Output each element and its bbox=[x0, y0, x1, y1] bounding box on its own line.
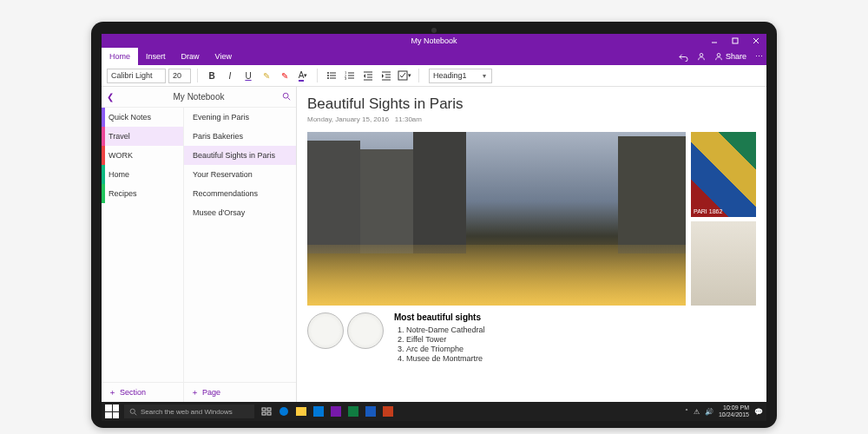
coin-images bbox=[307, 312, 384, 364]
ribbon-tabs: Home Insert Draw View Share ⋯ bbox=[102, 48, 766, 65]
ink-button[interactable]: ✎ bbox=[277, 68, 293, 83]
tray-expand-icon[interactable]: ˄ bbox=[685, 408, 688, 416]
window-close-button[interactable] bbox=[746, 34, 766, 48]
share-button[interactable]: Share bbox=[714, 52, 746, 61]
taskbar-app-onenote[interactable] bbox=[329, 404, 343, 418]
ribbon-more-button[interactable]: ⋯ bbox=[755, 52, 763, 61]
svg-point-35 bbox=[279, 407, 288, 416]
nav-search-button[interactable] bbox=[282, 92, 291, 102]
notebook-nav-panel: ❮ My Notebook Quick Notes Travel WORK Ho… bbox=[102, 87, 297, 402]
tray-volume-icon[interactable]: 🔊 bbox=[705, 408, 713, 416]
window-minimize-button[interactable] bbox=[704, 34, 725, 48]
toolbar: Calibri Light 20 B I U ✎ ✎ A▾ 123 ▾ Head… bbox=[102, 65, 766, 87]
taskbar-app-excel[interactable] bbox=[346, 404, 360, 418]
taskbar-app-store[interactable] bbox=[312, 404, 326, 418]
font-size-select[interactable]: 20 bbox=[168, 69, 191, 83]
svg-rect-37 bbox=[313, 406, 324, 417]
underline-button[interactable]: U bbox=[240, 68, 256, 83]
add-page-button[interactable]: ＋Page bbox=[184, 383, 296, 402]
svg-text:3: 3 bbox=[345, 76, 347, 81]
main-photo[interactable] bbox=[307, 132, 686, 306]
svg-point-10 bbox=[327, 77, 329, 79]
sections-list: Quick Notes Travel WORK Home Recipes bbox=[102, 108, 184, 382]
tablet-device-frame: My Notebook Home Insert Draw View Share … bbox=[91, 22, 777, 428]
start-button[interactable] bbox=[105, 404, 119, 418]
page-item[interactable]: Evening in Paris bbox=[184, 108, 296, 127]
account-button[interactable] bbox=[697, 52, 706, 61]
svg-point-29 bbox=[130, 409, 135, 413]
taskbar-app-explorer[interactable] bbox=[294, 404, 308, 418]
svg-rect-1 bbox=[733, 38, 738, 43]
checklist-button[interactable]: ▾ bbox=[397, 68, 412, 83]
sight-item: Eiffel Tower bbox=[406, 335, 485, 344]
svg-rect-40 bbox=[365, 406, 376, 417]
tray-network-icon[interactable]: ⚠ bbox=[694, 408, 700, 416]
screen: My Notebook Home Insert Draw View Share … bbox=[102, 34, 766, 421]
svg-rect-31 bbox=[262, 408, 266, 411]
photo-thumb[interactable]: PARI 1862 bbox=[691, 132, 756, 217]
page-item[interactable]: Your Reservation bbox=[184, 165, 296, 184]
svg-rect-39 bbox=[348, 406, 358, 417]
pages-list: Evening in Paris Paris Bakeries Beautifu… bbox=[184, 108, 296, 382]
highlight-button[interactable]: ✎ bbox=[259, 68, 274, 83]
page-item[interactable]: Beautiful Sights in Paris bbox=[184, 146, 296, 165]
nav-header: ❮ My Notebook bbox=[102, 87, 296, 108]
page-canvas[interactable]: Beautiful Sights in Paris Monday, Januar… bbox=[297, 87, 766, 402]
undo-button[interactable] bbox=[679, 52, 688, 62]
italic-button[interactable]: I bbox=[222, 68, 238, 83]
font-name-select[interactable]: Calibri Light bbox=[107, 69, 166, 83]
svg-rect-34 bbox=[267, 412, 271, 415]
paragraph-style-select[interactable]: Heading1 bbox=[429, 69, 492, 83]
windows-taskbar: Search the web and Windows ˄ ⚠ 🔊 10:09 P… bbox=[102, 402, 766, 421]
tab-home[interactable]: Home bbox=[102, 48, 138, 65]
section-item[interactable]: Quick Notes bbox=[102, 108, 183, 127]
nav-back-button[interactable]: ❮ bbox=[107, 92, 114, 102]
add-section-button[interactable]: ＋Section bbox=[102, 383, 184, 402]
page-item[interactable]: Musee d'Orsay bbox=[184, 203, 296, 222]
svg-rect-32 bbox=[267, 408, 271, 411]
share-label: Share bbox=[726, 52, 746, 61]
svg-point-8 bbox=[327, 75, 329, 76]
page-item[interactable]: Recommendations bbox=[184, 184, 296, 203]
taskbar-app-word[interactable] bbox=[364, 404, 378, 418]
section-item[interactable]: WORK bbox=[102, 146, 183, 165]
action-center-icon[interactable]: 💬 bbox=[754, 408, 763, 416]
taskbar-app-powerpoint[interactable] bbox=[381, 404, 395, 418]
bold-button[interactable]: B bbox=[204, 68, 220, 83]
window-maximize-button[interactable] bbox=[725, 34, 746, 48]
svg-point-4 bbox=[700, 54, 703, 57]
page-title: Beautiful Sights in Paris bbox=[307, 95, 756, 113]
nav-notebook-title: My Notebook bbox=[174, 92, 225, 102]
svg-point-27 bbox=[283, 93, 288, 98]
taskbar-search-placeholder: Search the web and Windows bbox=[141, 408, 233, 416]
section-item[interactable]: Recipes bbox=[102, 184, 183, 203]
svg-point-6 bbox=[327, 72, 329, 74]
task-view-button[interactable] bbox=[260, 404, 273, 418]
photo-thumb[interactable] bbox=[691, 221, 756, 306]
sight-item: Arc de Triomphe bbox=[406, 345, 485, 353]
bulleted-list-button[interactable] bbox=[324, 68, 339, 83]
page-item[interactable]: Paris Bakeries bbox=[184, 127, 296, 146]
svg-line-30 bbox=[135, 413, 136, 415]
font-color-button[interactable]: A▾ bbox=[295, 68, 311, 83]
taskbar-app-edge[interactable] bbox=[277, 404, 291, 418]
taskbar-search[interactable]: Search the web and Windows bbox=[124, 404, 254, 418]
numbered-list-button[interactable]: 123 bbox=[342, 68, 358, 83]
coin-image[interactable] bbox=[347, 312, 384, 349]
plus-icon: ＋ bbox=[191, 387, 199, 398]
tab-insert[interactable]: Insert bbox=[138, 48, 174, 65]
indent-increase-button[interactable] bbox=[378, 68, 394, 83]
window-title: My Notebook bbox=[411, 36, 457, 45]
tab-view[interactable]: View bbox=[207, 48, 240, 65]
taskbar-clock[interactable]: 10:09 PM10/24/2015 bbox=[719, 404, 749, 418]
section-item[interactable]: Travel bbox=[102, 127, 183, 146]
section-item[interactable]: Home bbox=[102, 165, 183, 184]
svg-rect-41 bbox=[383, 406, 393, 417]
svg-point-5 bbox=[717, 54, 720, 57]
coin-image[interactable] bbox=[307, 312, 344, 349]
indent-decrease-button[interactable] bbox=[360, 68, 376, 83]
tab-draw[interactable]: Draw bbox=[174, 48, 207, 65]
camera-dot bbox=[431, 28, 437, 33]
plus-icon: ＋ bbox=[108, 387, 116, 398]
svg-line-28 bbox=[288, 97, 291, 100]
